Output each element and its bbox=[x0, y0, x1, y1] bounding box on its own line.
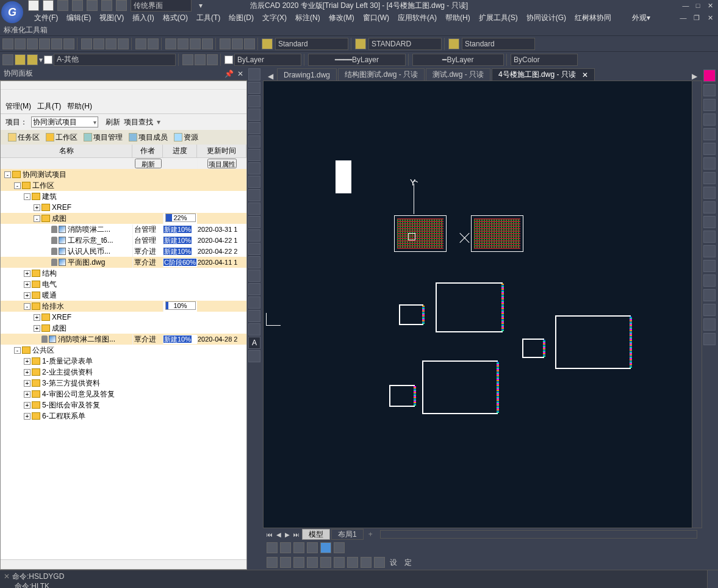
tab-workspace[interactable]: 工作区 bbox=[43, 131, 80, 144]
layer-mgr-icon[interactable] bbox=[2, 54, 13, 65]
save-icon[interactable] bbox=[57, 0, 68, 11]
scale-icon[interactable] bbox=[703, 172, 716, 184]
close-icon[interactable]: ✕ bbox=[705, 1, 716, 10]
viewcube-icon[interactable] bbox=[293, 542, 304, 553]
menu-dim[interactable]: 标注(N) bbox=[293, 12, 323, 24]
tb-pan-icon[interactable] bbox=[165, 38, 176, 49]
bt-1-icon[interactable] bbox=[267, 557, 278, 568]
tb-match-icon[interactable] bbox=[118, 38, 129, 49]
expand-icon[interactable]: + bbox=[24, 358, 31, 365]
drawing-canvas[interactable]: Y bbox=[263, 81, 702, 528]
refresh-button[interactable]: 刷新 bbox=[135, 159, 162, 168]
tb-cut-icon[interactable] bbox=[81, 38, 92, 49]
minimize-icon[interactable]: — bbox=[680, 1, 691, 10]
menu-modify[interactable]: 修改(M) bbox=[326, 12, 357, 24]
tablestyle-icon[interactable] bbox=[448, 38, 459, 49]
array-icon[interactable] bbox=[703, 128, 716, 140]
block-tool-icon[interactable] bbox=[248, 229, 260, 242]
tree-row[interactable]: -公共区 bbox=[1, 345, 246, 356]
tree-row[interactable]: +XREF bbox=[1, 312, 246, 323]
expand-icon[interactable]: - bbox=[34, 215, 40, 222]
tree-row[interactable]: -建筑 bbox=[1, 191, 246, 202]
tb-open-icon[interactable] bbox=[15, 38, 26, 49]
open-icon[interactable] bbox=[43, 0, 54, 11]
bt-setting-2[interactable]: 定 bbox=[402, 558, 414, 568]
bt-9-icon[interactable] bbox=[374, 557, 385, 568]
menu-tools[interactable]: 工具(T) bbox=[194, 12, 223, 24]
panel-pin-icon[interactable]: 📌 bbox=[224, 70, 234, 78]
bt-7-icon[interactable] bbox=[347, 557, 358, 568]
copy-mod-icon[interactable] bbox=[703, 84, 716, 96]
maximize-icon[interactable]: □ bbox=[692, 1, 703, 10]
new-icon[interactable] bbox=[28, 0, 39, 11]
tb-preview-icon[interactable] bbox=[63, 38, 74, 49]
tb-undo-icon[interactable] bbox=[135, 38, 146, 49]
insert-tool-icon[interactable] bbox=[248, 243, 260, 255]
misc-icon[interactable] bbox=[334, 542, 345, 553]
tree-row[interactable]: 消防喷淋二...台管理新建10%2020-03-31 1 bbox=[1, 224, 246, 235]
app-logo[interactable]: G bbox=[1, 1, 23, 23]
cmd-close-icon[interactable]: ✕ bbox=[4, 572, 10, 581]
dimstyle-select[interactable]: STANDARD bbox=[368, 38, 442, 50]
tree-row[interactable]: 工程示意_t6...台管理新建10%2020-04-22 1 bbox=[1, 235, 246, 246]
doc-tab[interactable]: 测试.dwg - 只读 bbox=[426, 68, 490, 81]
fillet-icon[interactable] bbox=[703, 274, 716, 287]
redo-icon[interactable] bbox=[116, 0, 127, 11]
layer-filter-icon[interactable] bbox=[195, 54, 206, 65]
erase-icon[interactable] bbox=[703, 70, 716, 82]
color-swatch[interactable] bbox=[224, 56, 233, 64]
tab-close-icon[interactable]: ✕ bbox=[582, 71, 588, 79]
tab-nav-right-icon[interactable]: ▶ bbox=[689, 72, 700, 81]
doc-close-icon[interactable]: ✕ bbox=[705, 13, 716, 23]
canvas-vscroll[interactable] bbox=[692, 81, 702, 528]
layout-hscroll[interactable] bbox=[380, 530, 697, 539]
print-icon[interactable] bbox=[87, 0, 98, 11]
wipeout-tool-icon[interactable] bbox=[248, 283, 260, 295]
revcloud-tool-icon[interactable] bbox=[248, 296, 260, 309]
menu-hongshulin[interactable]: 红树林协同 bbox=[572, 12, 614, 24]
textstyle-select[interactable]: Standard bbox=[275, 38, 348, 50]
tb-new-icon[interactable] bbox=[2, 38, 13, 49]
tb-zoomext-icon[interactable] bbox=[202, 38, 213, 49]
break-icon[interactable] bbox=[703, 231, 716, 243]
panel-menu-tools[interactable]: 工具(T) bbox=[37, 101, 61, 112]
stretch-icon[interactable] bbox=[703, 187, 716, 199]
tree-row[interactable]: +XREF bbox=[1, 202, 246, 213]
menu-file[interactable]: 文件(F) bbox=[32, 12, 60, 24]
textstyle-icon[interactable] bbox=[262, 38, 273, 49]
tb-zoom-icon[interactable] bbox=[178, 38, 188, 49]
text-tool-icon[interactable]: A bbox=[248, 337, 260, 349]
doc-tab[interactable]: 结构图测试.dwg - 只读 bbox=[338, 68, 425, 81]
expand-icon[interactable]: + bbox=[24, 270, 31, 277]
tb-block-icon[interactable] bbox=[232, 38, 243, 49]
project-select[interactable]: 协同测试项目 bbox=[31, 117, 98, 127]
linetype-select[interactable]: ━━━━ ByLayer bbox=[308, 54, 406, 66]
region-tool-icon[interactable] bbox=[248, 189, 260, 201]
menu-help[interactable]: 帮助(H) bbox=[443, 12, 473, 24]
cmd-vscroll[interactable] bbox=[707, 570, 718, 588]
panel-menu-help[interactable]: 帮助(H) bbox=[67, 101, 92, 112]
gradient-tool-icon[interactable] bbox=[248, 350, 260, 362]
tablestyle-select[interactable]: Standard bbox=[462, 38, 535, 50]
linecolor-select[interactable]: ByLayer bbox=[234, 54, 301, 66]
tree-row[interactable]: -成图22% bbox=[1, 213, 246, 224]
spline-tool-icon[interactable] bbox=[248, 149, 260, 161]
dim-tool-icon[interactable] bbox=[248, 256, 260, 268]
tab-project[interactable]: 项目管理 bbox=[81, 131, 125, 144]
mirror-icon[interactable] bbox=[703, 99, 716, 111]
bt-6-icon[interactable] bbox=[334, 557, 345, 568]
expand-icon[interactable]: - bbox=[14, 347, 21, 354]
model-tab[interactable]: 模型 bbox=[302, 529, 330, 540]
extend-icon[interactable] bbox=[703, 216, 716, 228]
doc-minimize-icon[interactable]: — bbox=[678, 13, 689, 23]
layout-nav[interactable]: ⏮◀▶⏭ bbox=[265, 531, 301, 538]
tree-row[interactable]: +结构 bbox=[1, 268, 246, 279]
navbar-icon[interactable] bbox=[307, 542, 318, 553]
menu-insert[interactable]: 插入(I) bbox=[130, 12, 156, 24]
move-icon[interactable] bbox=[703, 143, 716, 155]
tree-row[interactable]: 认识人民币...覃介进新建10%2020-04-22 2 bbox=[1, 246, 246, 257]
tree-row[interactable]: -给排水10% bbox=[1, 301, 246, 312]
bt-5-icon[interactable] bbox=[320, 557, 331, 568]
tree-row[interactable]: +电气 bbox=[1, 279, 246, 290]
tb-saveas-icon[interactable] bbox=[39, 38, 50, 49]
